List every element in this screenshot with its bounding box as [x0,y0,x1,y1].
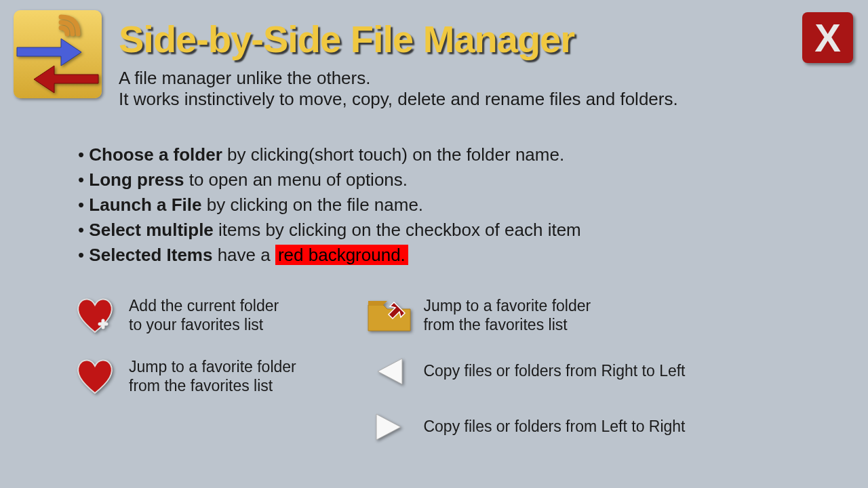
close-icon: X [814,15,841,60]
bullet-2: • Long press to open an menu of options. [78,167,581,192]
folder-arrow-icon [366,295,413,337]
legend-folder-favorite: Jump to a favorite folder from the favor… [366,295,786,337]
icon-legend: Add the current folder to your favorites… [71,295,817,462]
bullet-5: • Selected Items have a red background. [78,243,581,268]
legend-heart-add: Add the current folder to your favorites… [71,295,356,337]
triangle-right-icon [366,406,413,448]
bullet-3: • Launch a File by clicking on the file … [78,192,581,218]
legend-heart: Jump to a favorite folder from the favor… [71,356,356,398]
page-title: Side-by-Side File Manager [119,17,574,61]
triangle-left-icon [366,350,413,392]
heart-plus-icon [71,295,119,337]
legend-copy-right: Copy files or folders from Left to Right [366,406,786,448]
red-background-highlight: red background. [275,245,408,265]
legend-copy-left: Copy files or folders from Right to Left [366,350,786,392]
subtitle-line-2: It works instinctively to move, copy, de… [119,89,678,109]
bullet-4: • Select multiple items by clicking on t… [78,218,581,243]
subtitle-line-1: A file manager unlike the others. [119,68,370,88]
instruction-list: • Choose a folder by clicking(short touc… [78,142,581,268]
page-subtitle: A file manager unlike the others. It wor… [119,68,678,110]
heart-icon [71,356,119,398]
app-logo-icon [14,10,102,98]
bullet-1: • Choose a folder by clicking(short touc… [78,142,581,167]
close-button[interactable]: X [802,12,853,63]
